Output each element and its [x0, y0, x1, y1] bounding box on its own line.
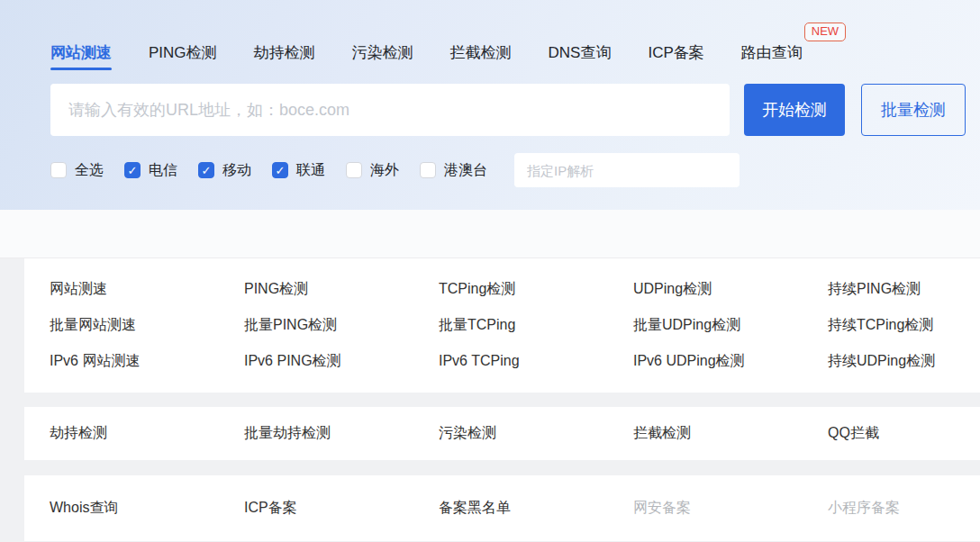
grid-link[interactable]: PING检测	[244, 281, 308, 296]
checkbox-all[interactable]: 全选	[50, 161, 104, 180]
grid-link[interactable]: IPv6 网站测速	[50, 353, 140, 368]
link-row: Whois查询ICP备案备案黑名单网安备案小程序备案	[50, 499, 980, 518]
grid-link[interactable]: 批量UDPing检测	[633, 317, 740, 332]
grid-link[interactable]: 备案黑名单	[439, 500, 511, 515]
checkbox-label: 海外	[370, 161, 399, 180]
grid-link[interactable]: 持续TCPing检测	[828, 317, 933, 332]
grid-link[interactable]: 批量网站测速	[50, 317, 136, 332]
tab-route[interactable]: 路由查询NEW	[741, 42, 803, 74]
grid-cell: 批量PING检测	[244, 316, 439, 335]
grid-cell: IPv6 TCPing	[439, 353, 633, 369]
grid-cell: 网站测速	[50, 280, 244, 299]
grid-cell: PING检测	[244, 280, 439, 299]
grid-cell: 持续TCPing检测	[828, 316, 980, 335]
grid-link[interactable]: Whois查询	[50, 500, 118, 515]
hero-section: 网站测速PING检测劫持检测污染检测拦截检测DNS查询ICP备案路由查询NEW …	[0, 0, 980, 210]
top-nav-tabs: 网站测速PING检测劫持检测污染检测拦截检测DNS查询ICP备案路由查询NEW	[50, 0, 980, 74]
link-row: 劫持检测批量劫持检测污染检测拦截检测QQ拦截	[50, 424, 980, 443]
start-test-button[interactable]: 开始检测	[744, 84, 845, 136]
grid-link[interactable]: 持续PING检测	[828, 281, 921, 296]
tab-label: 拦截检测	[450, 44, 512, 61]
grid-cell: IPv6 UDPing检测	[633, 352, 828, 371]
grid-link: 小程序备案	[828, 500, 900, 515]
grid-link[interactable]: ICP备案	[244, 500, 297, 515]
grid-link[interactable]: QQ拦截	[828, 425, 879, 440]
grid-link[interactable]: 批量TCPing	[439, 317, 515, 332]
tab-dns[interactable]: DNS查询	[549, 42, 612, 74]
checkbox-mobile[interactable]: ✓移动	[198, 161, 251, 180]
grid-cell: 备案黑名单	[439, 499, 633, 518]
divider-band	[0, 210, 980, 258]
grid-link[interactable]: 拦截检测	[633, 425, 691, 440]
checkbox-checked-icon[interactable]: ✓	[198, 162, 214, 178]
grid-cell: 网安备案	[633, 499, 828, 518]
tab-pollution[interactable]: 污染检测	[352, 42, 413, 74]
carrier-options-row: 全选✓电信✓移动✓联通海外港澳台	[50, 153, 980, 187]
checkbox-hk-mo-tw[interactable]: 港澳台	[420, 161, 487, 180]
grid-link[interactable]: IPv6 UDPing检测	[633, 353, 745, 368]
card-hijack-tools: 劫持检测批量劫持检测污染检测拦截检测QQ拦截	[24, 407, 980, 460]
grid-cell: 小程序备案	[828, 499, 980, 518]
tool-link-cards: 网站测速PING检测TCPing检测UDPing检测持续PING检测批量网站测速…	[0, 258, 980, 541]
tab-label: ICP备案	[648, 44, 703, 61]
link-row: IPv6 网站测速IPv6 PING检测IPv6 TCPingIPv6 UDPi…	[50, 343, 980, 379]
grid-cell: QQ拦截	[828, 424, 980, 443]
checkbox-label: 联通	[296, 161, 325, 180]
link-row: 批量网站测速批量PING检测批量TCPing批量UDPing检测持续TCPing…	[50, 307, 980, 343]
grid-link[interactable]: 批量劫持检测	[244, 425, 331, 440]
tab-icp[interactable]: ICP备案	[648, 42, 703, 74]
tab-label: PING检测	[149, 44, 217, 61]
grid-cell: 持续UDPing检测	[828, 352, 980, 371]
grid-cell: ICP备案	[244, 499, 439, 518]
tab-block[interactable]: 拦截检测	[450, 42, 512, 74]
ip-resolve-input[interactable]	[514, 153, 740, 187]
tab-label: DNS查询	[549, 44, 612, 61]
checkbox-overseas[interactable]: 海外	[346, 161, 399, 180]
new-badge: NEW	[804, 23, 846, 41]
tab-label: 污染检测	[352, 44, 413, 61]
batch-test-button[interactable]: 批量检测	[861, 84, 966, 136]
grid-cell: 持续PING检测	[828, 280, 980, 299]
grid-cell: 批量UDPing检测	[633, 316, 828, 335]
tab-label: 劫持检测	[254, 44, 315, 61]
checkbox-label: 移动	[222, 161, 251, 180]
grid-cell: 拦截检测	[633, 424, 828, 443]
grid-link[interactable]: 污染检测	[439, 425, 496, 440]
tab-hijack[interactable]: 劫持检测	[254, 42, 315, 74]
checkbox-box[interactable]	[50, 162, 67, 178]
tab-ping[interactable]: PING检测	[149, 42, 217, 74]
checkbox-checked-icon[interactable]: ✓	[124, 162, 141, 178]
grid-link[interactable]: IPv6 TCPing	[439, 353, 520, 368]
card-record-tools: Whois查询ICP备案备案黑名单网安备案小程序备案	[24, 475, 980, 541]
grid-cell: IPv6 网站测速	[50, 352, 244, 371]
grid-cell: 批量TCPing	[439, 316, 633, 335]
grid-cell: 劫持检测	[50, 424, 244, 443]
tab-label: 路由查询	[741, 44, 803, 61]
grid-link[interactable]: UDPing检测	[633, 281, 712, 296]
link-row: 网站测速PING检测TCPing检测UDPing检测持续PING检测	[50, 271, 980, 307]
checkbox-box[interactable]	[420, 162, 436, 178]
search-row: 开始检测 批量检测	[50, 84, 980, 136]
grid-link: 网安备案	[633, 500, 691, 515]
grid-cell: Whois查询	[50, 499, 244, 518]
grid-link[interactable]: 持续UDPing检测	[828, 353, 935, 368]
tab-site-speed[interactable]: 网站测速	[50, 42, 112, 74]
grid-link[interactable]: 批量PING检测	[244, 317, 337, 332]
checkbox-checked-icon[interactable]: ✓	[272, 162, 288, 178]
checkbox-unicom[interactable]: ✓联通	[272, 161, 325, 180]
grid-cell: UDPing检测	[633, 280, 828, 299]
grid-link[interactable]: IPv6 PING检测	[244, 353, 341, 368]
checkbox-label: 港澳台	[444, 161, 487, 180]
grid-cell: 批量网站测速	[50, 316, 244, 335]
checkbox-box[interactable]	[346, 162, 362, 178]
url-input[interactable]	[50, 84, 730, 136]
checkbox-label: 电信	[149, 161, 177, 180]
checkbox-telecom[interactable]: ✓电信	[124, 161, 177, 180]
grid-cell: IPv6 PING检测	[244, 352, 439, 371]
grid-link[interactable]: TCPing检测	[439, 281, 515, 296]
tab-label: 网站测速	[50, 44, 112, 61]
grid-link[interactable]: 劫持检测	[50, 425, 107, 440]
grid-cell: 批量劫持检测	[244, 424, 439, 443]
grid-cell: TCPing检测	[439, 280, 633, 299]
grid-link[interactable]: 网站测速	[50, 281, 107, 296]
